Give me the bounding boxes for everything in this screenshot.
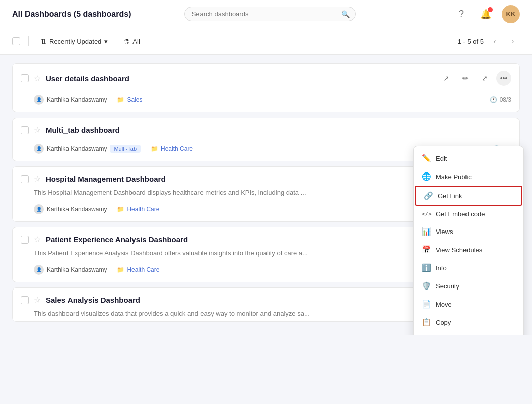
- author-2: Karthika Kandaswamy: [47, 145, 107, 152]
- share-btn-1[interactable]: ⤢: [477, 71, 492, 86]
- menu-label-copy: Copy: [436, 319, 451, 326]
- select-all-checkbox[interactable]: [12, 37, 20, 45]
- filter-label: All: [132, 38, 140, 45]
- menu-item-views[interactable]: 📊 Views: [414, 222, 523, 241]
- edit-icon: ✏️: [422, 154, 431, 163]
- menu-label-move: Move: [436, 301, 452, 308]
- dashboard-card-1: ☆ User details dashboard ↗ ✏ ⤢ ••• 👤 Kar…: [12, 63, 520, 112]
- menu-label-make-public: Make Public: [436, 173, 472, 181]
- date-info-1: 🕐 08/3: [490, 96, 511, 103]
- card-checkbox-1[interactable]: [21, 74, 29, 82]
- menu-item-info[interactable]: ℹ️ Info: [414, 259, 523, 277]
- folder-info-2: 📁 Health Care: [151, 145, 193, 152]
- embed-icon: </>: [422, 211, 431, 217]
- header-title: All Dashboards (5 dashboards): [12, 10, 131, 19]
- star-icon-4[interactable]: ☆: [34, 235, 41, 244]
- star-icon-2[interactable]: ☆: [34, 125, 41, 135]
- author-1: Karthika Kandaswamy: [47, 96, 107, 103]
- menu-label-view-schedules: View Schedules: [436, 246, 482, 254]
- card-title-2: Multi_tab dashboard: [46, 126, 511, 134]
- more-btn-1[interactable]: •••: [496, 71, 511, 86]
- help-icon[interactable]: ?: [453, 6, 470, 22]
- author-3: Karthika Kandaswamy: [47, 206, 107, 213]
- menu-label-get-link: Get Link: [438, 192, 462, 200]
- card-checkbox-4[interactable]: [21, 236, 29, 244]
- folder-info-3: 📁 Health Care: [117, 206, 159, 213]
- filter-button[interactable]: ⚗ All: [120, 36, 144, 47]
- header: All Dashboards (5 dashboards) 🔍 ? 🔔 KK: [0, 0, 532, 28]
- user-avatar-4: 👤: [34, 265, 44, 275]
- clock-icon-1: 🕐: [490, 96, 497, 103]
- card-header-2: ☆ Multi_tab dashboard: [13, 118, 519, 140]
- multi-tab-tag: Multi-Tab: [110, 145, 141, 153]
- move-icon: 📄: [422, 300, 431, 309]
- folder-icon-2: 📁: [151, 145, 158, 152]
- folder-name-1: Sales: [127, 96, 142, 103]
- date-1: 08/3: [500, 96, 511, 103]
- header-right: ? 🔔 KK: [453, 5, 520, 23]
- folder-info-4: 📁 Health Care: [117, 266, 159, 273]
- avatar[interactable]: KK: [502, 5, 520, 23]
- search-input[interactable]: [184, 7, 356, 21]
- star-icon-3[interactable]: ☆: [34, 174, 41, 184]
- user-avatar-2: 👤: [34, 144, 44, 154]
- user-avatar-1: 👤: [34, 95, 44, 105]
- copy-icon: 📋: [422, 318, 431, 327]
- menu-item-get-embed-code[interactable]: </> Get Embed code: [414, 206, 523, 222]
- menu-label-info: Info: [436, 264, 447, 272]
- user-info-4: 👤 Karthika Kandaswamy: [34, 265, 107, 275]
- author-4: Karthika Kandaswamy: [47, 266, 107, 273]
- info-icon: ℹ️: [422, 263, 431, 272]
- folder-name-4: Health Care: [127, 266, 159, 273]
- schedules-icon: 📅: [422, 245, 431, 254]
- toolbar: ⇅ Recently Updated ▾ ⚗ All 1 - 5 of 5 ‹ …: [0, 28, 532, 55]
- folder-name-3: Health Care: [127, 206, 159, 213]
- folder-name-2: Health Care: [161, 145, 193, 152]
- menu-item-view-schedules[interactable]: 📅 View Schedules: [414, 241, 523, 259]
- pagination: 1 - 5 of 5 ‹ ›: [458, 34, 520, 48]
- card-header-1: ☆ User details dashboard ↗ ✏ ⤢ •••: [13, 64, 519, 91]
- user-info-3: 👤 Karthika Kandaswamy: [34, 204, 107, 214]
- edit-btn-1[interactable]: ✏: [458, 71, 473, 86]
- folder-icon-3: 📁: [117, 206, 124, 213]
- folder-info-1: 📁 Sales: [117, 96, 142, 103]
- toolbar-divider: [28, 36, 29, 46]
- folder-icon-1: 📁: [117, 96, 124, 103]
- open-btn-1[interactable]: ↗: [439, 71, 454, 86]
- star-icon-1[interactable]: ☆: [34, 74, 41, 83]
- card-checkbox-2[interactable]: [21, 126, 29, 134]
- user-info-2: 👤 Karthika Kandaswamy Multi-Tab: [34, 144, 141, 154]
- menu-item-move[interactable]: 📄 Move: [414, 295, 523, 313]
- menu-item-edit[interactable]: ✏️ Edit: [414, 149, 523, 167]
- user-info-1: 👤 Karthika Kandaswamy: [34, 95, 107, 105]
- page-prev-button[interactable]: ‹: [488, 34, 502, 48]
- menu-item-get-link[interactable]: 🔗 Get Link: [415, 186, 522, 206]
- security-icon: 🛡️: [422, 281, 431, 291]
- menu-item-publish[interactable]: 📤 Publish: [414, 331, 523, 335]
- page-next-button[interactable]: ›: [506, 34, 520, 48]
- card-title-1: User details dashboard: [46, 74, 434, 83]
- menu-label-get-embed-code: Get Embed code: [436, 210, 485, 218]
- search-box: 🔍: [184, 7, 356, 21]
- menu-item-security[interactable]: 🛡️ Security: [414, 277, 523, 295]
- pagination-count: 1 - 5 of 5: [458, 38, 484, 45]
- card-checkbox-5[interactable]: [21, 296, 29, 304]
- notification-icon[interactable]: 🔔: [478, 6, 494, 22]
- menu-label-views: Views: [436, 228, 453, 236]
- sort-button[interactable]: ⇅ Recently Updated ▾: [37, 36, 112, 47]
- context-menu: ✏️ Edit 🌐 Make Public 🔗 Get Link </> Get…: [413, 146, 524, 335]
- sort-label: Recently Updated: [49, 38, 101, 45]
- sort-chevron-icon: ▾: [104, 38, 108, 45]
- menu-item-copy[interactable]: 📋 Copy: [414, 313, 523, 331]
- card-checkbox-3[interactable]: [21, 175, 29, 183]
- user-avatar-3: 👤: [34, 204, 44, 214]
- link-icon: 🔗: [424, 191, 433, 200]
- filter-icon: ⚗: [124, 38, 130, 45]
- star-icon-5[interactable]: ☆: [34, 295, 41, 305]
- menu-label-security: Security: [436, 282, 459, 290]
- sort-icon: ⇅: [41, 38, 46, 45]
- views-icon: 📊: [422, 227, 431, 236]
- card-actions-1: ↗ ✏ ⤢ •••: [439, 71, 511, 86]
- menu-item-make-public[interactable]: 🌐 Make Public: [414, 167, 523, 186]
- search-icon: 🔍: [341, 10, 350, 18]
